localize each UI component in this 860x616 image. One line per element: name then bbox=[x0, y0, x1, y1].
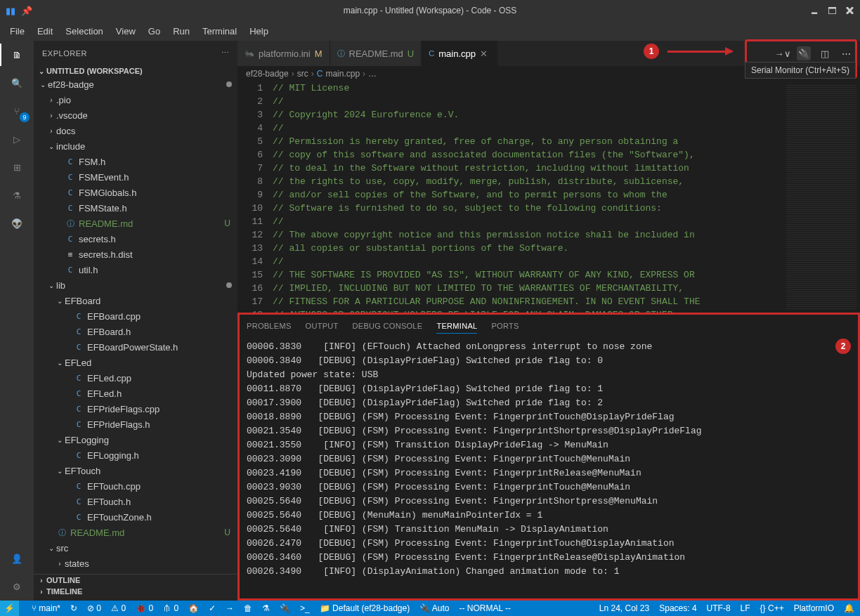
menu-selection[interactable]: Selection bbox=[60, 25, 108, 38]
pin-icon[interactable]: 📌 bbox=[21, 6, 32, 16]
timeline-section[interactable]: ›TIMELINE bbox=[34, 586, 237, 597]
file-EFTouchZone.h[interactable]: CEFTouchZone.h bbox=[34, 509, 237, 525]
file-FSMState.h[interactable]: CFSMState.h bbox=[34, 200, 237, 216]
terminal-output[interactable]: 00006.3830 [INFO] (EFTouch) Attached onL… bbox=[240, 337, 858, 598]
folder-docs[interactable]: ›docs bbox=[34, 123, 237, 138]
explorer-icon[interactable]: 🗎 bbox=[8, 46, 25, 63]
more-actions-icon[interactable]: ⋯ bbox=[839, 46, 853, 60]
folder-EFLogging[interactable]: ⌄EFLogging bbox=[34, 432, 237, 447]
clean-icon[interactable]: 🗑 bbox=[244, 603, 252, 613]
port-auto[interactable]: 🔌 Auto bbox=[419, 603, 449, 613]
branch-status[interactable]: ⑂ main* bbox=[32, 603, 60, 613]
file-FSM.h[interactable]: CFSM.h bbox=[34, 154, 237, 169]
menu-view[interactable]: View bbox=[110, 25, 141, 38]
file-EFBoard.cpp[interactable]: CEFBoard.cpp bbox=[34, 308, 237, 324]
menu-edit[interactable]: Edit bbox=[32, 25, 58, 38]
platformio-status[interactable]: PlatformIO bbox=[794, 603, 834, 613]
sync-status[interactable]: ↻ bbox=[70, 603, 77, 613]
monitor-icon[interactable]: 🔌 bbox=[280, 603, 290, 613]
app-icon: ▮▮ bbox=[6, 6, 15, 16]
file-FSMEvent.h[interactable]: CFSMEvent.h bbox=[34, 169, 237, 185]
minimize-icon[interactable]: 🗕 bbox=[810, 6, 819, 16]
panel-tab-debug console[interactable]: DEBUG CONSOLE bbox=[353, 319, 423, 333]
remote-icon[interactable]: ⚡ bbox=[0, 601, 19, 616]
settings-icon[interactable]: ⚙ bbox=[8, 578, 25, 595]
file-EFTouch.h[interactable]: CEFTouch.h bbox=[34, 494, 237, 509]
terminal-icon[interactable]: >_ bbox=[300, 603, 310, 613]
folder-lib[interactable]: ⌄lib bbox=[34, 277, 237, 293]
menu-run[interactable]: Run bbox=[167, 25, 195, 38]
ports-status[interactable]: ⫛ 0 bbox=[163, 603, 178, 613]
serial-monitor-icon[interactable]: 🔌 bbox=[797, 46, 811, 60]
warnings-status[interactable]: ⚠ 0 bbox=[111, 603, 126, 613]
errors-status[interactable]: ⊘ 0 bbox=[87, 603, 101, 613]
close-icon[interactable]: 🗙 bbox=[845, 6, 854, 16]
scm-icon[interactable]: ⑂9 bbox=[8, 103, 25, 119]
folder-EFTouch[interactable]: ⌄EFTouch bbox=[34, 463, 237, 478]
file-EFLed.h[interactable]: CEFLed.h bbox=[34, 386, 237, 401]
menu-file[interactable]: File bbox=[4, 25, 30, 38]
tab-main.cpp[interactable]: Cmain.cpp✕ bbox=[422, 41, 497, 66]
file-EFLed.cpp[interactable]: CEFLed.cpp bbox=[34, 370, 237, 386]
outline-section[interactable]: ›OUTLINE bbox=[34, 574, 237, 586]
encoding-status[interactable]: UTF-8 bbox=[707, 603, 731, 613]
file-readme-root[interactable]: ⓘREADME.mdU bbox=[34, 525, 237, 540]
build-icon[interactable]: ✓ bbox=[209, 603, 216, 613]
menu-terminal[interactable]: Terminal bbox=[197, 25, 242, 38]
file-README.md[interactable]: ⓘREADME.mdU bbox=[34, 216, 237, 231]
home-icon[interactable]: 🏠 bbox=[188, 603, 199, 613]
more-icon[interactable]: ⋯ bbox=[221, 48, 230, 58]
file-secrets.h.dist[interactable]: ≡secrets.h.dist bbox=[34, 247, 237, 262]
panel-tab-ports[interactable]: PORTS bbox=[491, 319, 519, 333]
folder-.vscode[interactable]: ›.vscode bbox=[34, 107, 237, 123]
editor-area: 🐜platformio.iniMⓘREADME.mdUCmain.cpp✕ →∨… bbox=[237, 41, 860, 601]
debug-icon[interactable]: ▷ bbox=[8, 131, 25, 148]
file-FSMGlobals.h[interactable]: CFSMGlobals.h bbox=[34, 185, 237, 200]
file-EFPrideFlags.h[interactable]: CEFPrideFlags.h bbox=[34, 417, 237, 432]
file-EFTouch.cpp[interactable]: CEFTouch.cpp bbox=[34, 478, 237, 494]
file-EFPrideFlags.cpp[interactable]: CEFPrideFlags.cpp bbox=[34, 401, 237, 417]
minimap[interactable] bbox=[783, 81, 860, 313]
project-folder[interactable]: ⌄ef28-badge bbox=[34, 77, 237, 92]
folder-EFBoard[interactable]: ⌄EFBoard bbox=[34, 293, 237, 308]
test-icon[interactable]: ⚗ bbox=[262, 603, 270, 613]
run-last-icon[interactable]: →∨ bbox=[776, 46, 790, 60]
file-EFBoardPowerState.h[interactable]: CEFBoardPowerState.h bbox=[34, 339, 237, 355]
file-EFLogging.h[interactable]: CEFLogging.h bbox=[34, 447, 237, 463]
code-content[interactable]: // MIT License // // Copyright 2024 Euro… bbox=[273, 81, 783, 313]
eol-status[interactable]: LF bbox=[741, 603, 750, 613]
panel-tab-problems[interactable]: PROBLEMS bbox=[247, 319, 292, 333]
account-icon[interactable]: 👤 bbox=[8, 550, 25, 567]
file-EFBoard.h[interactable]: CEFBoard.h bbox=[34, 324, 237, 339]
menu-go[interactable]: Go bbox=[143, 25, 166, 38]
upload-icon[interactable]: → bbox=[226, 603, 234, 613]
folder-.pio[interactable]: ›.pio bbox=[34, 92, 237, 107]
notifications-icon[interactable]: 🔔 bbox=[844, 603, 854, 613]
panel-tab-terminal[interactable]: TERMINAL bbox=[436, 319, 477, 334]
panel-tab-output[interactable]: OUTPUT bbox=[306, 319, 339, 333]
arrow-1 bbox=[667, 51, 732, 53]
folder-states[interactable]: ›states bbox=[34, 556, 237, 571]
folder-src[interactable]: ⌄src bbox=[34, 540, 237, 556]
tab-README.md[interactable]: ⓘREADME.mdU bbox=[330, 41, 422, 66]
tab-platformio.ini[interactable]: 🐜platformio.iniM bbox=[237, 41, 330, 66]
search-icon[interactable]: 🔍 bbox=[8, 74, 25, 91]
menu-help[interactable]: Help bbox=[244, 25, 274, 38]
platformio-icon[interactable]: 👽 bbox=[8, 215, 25, 232]
bugs-status[interactable]: 🐞 0 bbox=[136, 603, 153, 613]
split-editor-icon[interactable]: ◫ bbox=[818, 46, 832, 60]
file-util.h[interactable]: Cutil.h bbox=[34, 262, 237, 277]
file-secrets.h[interactable]: Csecrets.h bbox=[34, 231, 237, 247]
testing-icon[interactable]: ⚗ bbox=[8, 187, 25, 204]
folder-include[interactable]: ⌄include bbox=[34, 138, 237, 154]
cursor-position[interactable]: Ln 24, Col 23 bbox=[599, 603, 649, 613]
maximize-icon[interactable]: 🗖 bbox=[828, 6, 837, 16]
code-editor[interactable]: 123456789101112131415161718 // MIT Licen… bbox=[237, 81, 860, 313]
language-status[interactable]: {} C++ bbox=[760, 603, 784, 613]
workspace-section[interactable]: ⌄UNTITLED (WORKSPACE) bbox=[34, 65, 237, 77]
extensions-icon[interactable]: ⊞ bbox=[8, 159, 25, 176]
env-status[interactable]: 📁 Default (ef28-badge) bbox=[320, 603, 410, 613]
close-tab-icon[interactable]: ✕ bbox=[480, 48, 490, 59]
folder-EFLed[interactable]: ⌄EFLed bbox=[34, 355, 237, 370]
indent-status[interactable]: Spaces: 4 bbox=[659, 603, 696, 613]
